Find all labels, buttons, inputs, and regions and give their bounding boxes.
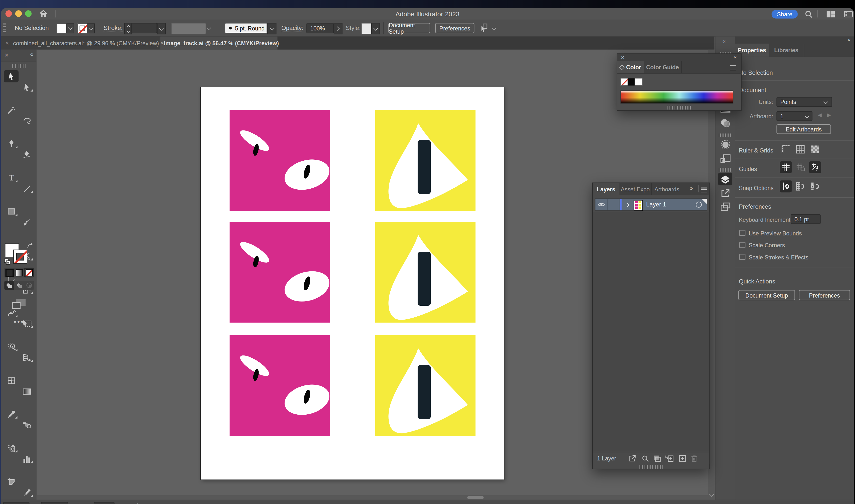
artboard-nav-dropdown[interactable] [115, 502, 123, 504]
isolate-selection-dropdown[interactable] [491, 24, 497, 31]
artboard-yellow-1[interactable] [375, 110, 475, 211]
layer-lock-cell[interactable] [607, 199, 619, 211]
appearance-panel-icon[interactable] [720, 139, 731, 150]
status-play-icon[interactable]: ▶ [246, 503, 250, 504]
white-swatch[interactable] [635, 78, 643, 86]
document-tab-label[interactable]: combined_all_characters.ai* @ 29.96 % (C… [13, 40, 159, 46]
show-grid-icon[interactable] [796, 144, 805, 154]
brush-definition-field[interactable]: 5 pt. Round [225, 23, 267, 33]
shape-builder-tool[interactable] [4, 341, 19, 352]
blend-tool[interactable] [20, 419, 34, 431]
edit-artboards-button[interactable]: Edit Artboards [777, 124, 831, 134]
dock-grip[interactable] [719, 168, 732, 172]
lasso-tool[interactable] [20, 115, 34, 126]
stroke-weight-field[interactable] [132, 23, 157, 33]
opacity-field[interactable]: 100% [307, 23, 334, 33]
line-segment-tool[interactable] [20, 183, 34, 194]
prev-artboard-icon[interactable]: ◀ [86, 503, 90, 504]
style-dropdown[interactable] [371, 23, 380, 34]
dock-grip[interactable] [719, 133, 732, 137]
close-panel-icon[interactable]: × [620, 54, 626, 60]
show-transparency-grid-icon[interactable] [810, 144, 820, 154]
fill-swatch-dropdown[interactable] [66, 23, 74, 33]
default-fill-stroke-icon[interactable] [4, 258, 11, 268]
expand-dock-icon[interactable]: » [848, 37, 851, 42]
perspective-grid-tool[interactable] [20, 352, 34, 363]
direct-selection-tool[interactable] [20, 82, 34, 93]
pathfinder-panel-icon[interactable] [720, 154, 731, 164]
arrange-documents-icon[interactable] [825, 10, 835, 18]
units-select[interactable]: Points [777, 97, 832, 107]
show-rulers-icon[interactable] [781, 144, 791, 154]
quick-document-setup-button[interactable]: Document Setup [738, 290, 795, 300]
control-bar-grip[interactable] [3, 23, 6, 33]
change-screen-mode-icon[interactable] [11, 298, 27, 311]
none-swatch[interactable] [621, 78, 628, 86]
pen-tool[interactable] [4, 138, 19, 149]
none-button[interactable] [24, 268, 34, 277]
selection-tool[interactable] [4, 71, 19, 82]
last-artboard-icon[interactable]: ▶| [134, 503, 138, 504]
bar-shape[interactable] [418, 252, 431, 306]
eyedropper-tool[interactable] [4, 409, 19, 419]
collapse-dock-icon[interactable]: « [722, 38, 726, 44]
snap-to-point-icon[interactable] [780, 180, 791, 192]
curvature-tool[interactable] [20, 149, 34, 160]
artboards-panel-icon[interactable] [720, 202, 731, 213]
use-preview-bounds-label[interactable]: Use Preview Bounds [749, 230, 802, 236]
artboard-yellow-3[interactable] [375, 335, 475, 436]
status-expand-icon[interactable]: ‹ [255, 503, 257, 504]
tab-layers[interactable]: Layers [593, 183, 620, 195]
column-graph-tool[interactable] [20, 453, 34, 464]
artboard-pink-2[interactable] [230, 222, 330, 323]
gradient-button[interactable] [14, 268, 24, 277]
fill-swatch[interactable] [57, 23, 67, 33]
scale-strokes-effects-label[interactable]: Scale Strokes & Effects [749, 254, 808, 260]
scale-strokes-effects-checkbox[interactable] [739, 254, 745, 260]
tab-color[interactable]: Color [617, 61, 644, 73]
tab-asset-export[interactable]: Asset Expo [620, 183, 652, 195]
new-sublayer-icon[interactable] [665, 454, 674, 463]
show-guides-icon[interactable] [780, 161, 791, 173]
snap-to-pixel-icon[interactable] [809, 180, 821, 192]
horizontal-scrollbar[interactable] [37, 495, 708, 500]
expand-layer-chevron[interactable] [625, 202, 629, 207]
color-spectrum[interactable] [621, 90, 733, 104]
document-page[interactable] [200, 87, 504, 480]
tab-color-guide[interactable]: Color Guide [644, 61, 682, 73]
layers-panel-grip[interactable] [639, 465, 663, 469]
collapse-panel-icon[interactable]: « [734, 54, 737, 60]
export-panel-icon[interactable] [720, 188, 731, 199]
draw-behind-mode-button[interactable] [14, 281, 24, 290]
layer-name[interactable]: Layer 1 [646, 201, 666, 208]
artboard-select[interactable]: 1 [777, 111, 813, 121]
stroke-swatch-dropdown[interactable] [87, 23, 95, 33]
clipping-mask-icon[interactable] [653, 454, 661, 463]
scale-corners-checkbox[interactable] [739, 242, 745, 248]
gradient-tool[interactable] [20, 386, 34, 397]
draw-normal-mode-button[interactable] [4, 281, 14, 290]
share-button[interactable]: Share [771, 10, 798, 18]
scale-corners-label[interactable]: Scale Corners [749, 242, 785, 248]
artboard-pink-3[interactable] [230, 335, 330, 436]
preferences-button[interactable]: Preferences [435, 23, 474, 33]
search-icon[interactable] [804, 9, 814, 18]
close-panel-icon[interactable]: × [3, 51, 11, 59]
bar-shape[interactable] [418, 140, 431, 194]
quick-preferences-button[interactable]: Preferences [799, 290, 850, 300]
document-tab-active[interactable]: × Image_track.ai @ 56.47 % (CMYK/Preview… [160, 37, 278, 50]
color-button[interactable] [4, 268, 14, 277]
mesh-tool[interactable] [4, 375, 19, 386]
edit-toolbar-icon[interactable]: ••• [10, 318, 29, 325]
opacity-label[interactable]: Opacity: [281, 24, 303, 32]
layer-target-icon[interactable] [696, 202, 702, 208]
first-artboard-icon[interactable]: |◀ [78, 503, 83, 504]
rectangle-tool[interactable] [4, 206, 19, 217]
layers-panel-icon[interactable] [718, 173, 732, 185]
tools-panel-grip[interactable] [12, 65, 25, 68]
artboard-tool[interactable] [4, 476, 19, 487]
keyboard-increment-field[interactable]: 0.1 pt [790, 214, 821, 224]
layer-row[interactable]: Layer 1 [595, 198, 708, 211]
artboard-pink-1[interactable] [230, 110, 330, 211]
close-tab-icon[interactable]: × [160, 37, 164, 50]
